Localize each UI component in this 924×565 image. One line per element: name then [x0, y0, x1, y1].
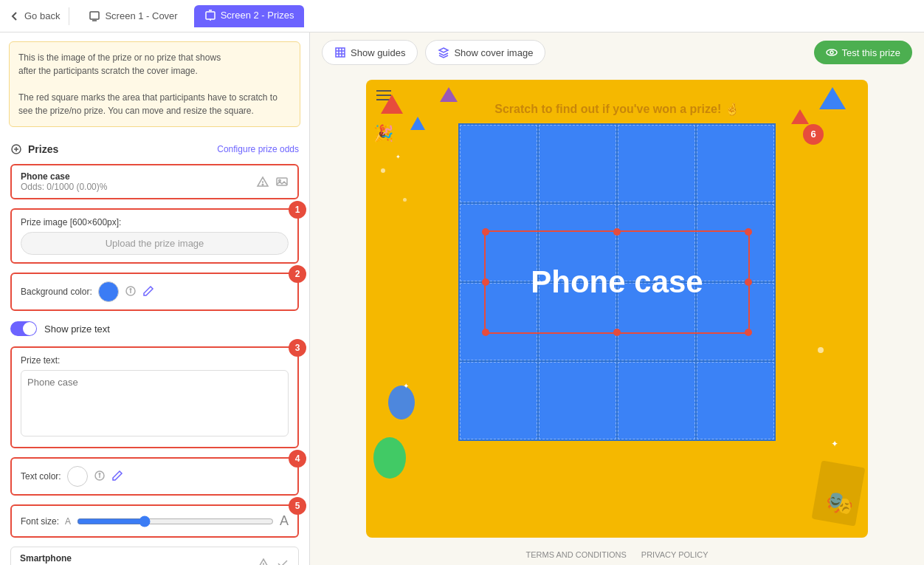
mustache-decor: 🎭 — [826, 490, 853, 516]
configure-prize-odds-link[interactable]: Configure prize odds — [217, 144, 299, 154]
menu-icon[interactable] — [376, 87, 391, 103]
svg-rect-0 — [90, 12, 99, 19]
layers-icon — [438, 47, 449, 58]
svg-point-9 — [130, 288, 131, 290]
warning-icon-2[interactable] — [257, 557, 270, 565]
text-color-row: Text color: — [21, 466, 289, 487]
triangle-decor-2 — [410, 117, 425, 130]
star-1: ✦ — [403, 382, 409, 390]
grid-cell-14 — [539, 362, 616, 439]
text-color-edit-icon[interactable] — [111, 470, 123, 484]
balloon-blue — [388, 386, 415, 420]
info-line2: after the participants scratch the cover… — [18, 64, 291, 78]
svg-point-4 — [262, 184, 263, 185]
font-size-slider[interactable] — [77, 516, 274, 527]
dot-3 — [818, 347, 824, 353]
background-color-section: Background color: 2 — [10, 273, 299, 311]
go-back-label: Go back — [24, 10, 60, 21]
bg-color-edit-icon[interactable] — [142, 285, 154, 299]
grid-cell-7 — [618, 204, 695, 281]
font-size-large-icon: A — [280, 513, 289, 529]
tab-screen2[interactable]: Screen 2 - Prizes — [194, 5, 305, 27]
test-prize-button[interactable]: Test this prize — [814, 41, 912, 64]
step-badge-3: 3 — [289, 339, 306, 357]
triangle-decor-5 — [791, 109, 809, 124]
step-badge-6: 6 — [803, 124, 824, 145]
grid-cell-9 — [460, 283, 537, 360]
nav-bar: Go back Screen 1 - Cover Screen 2 - Priz… — [0, 0, 924, 32]
pencil-icon — [142, 285, 154, 297]
menu-line-1 — [376, 90, 391, 92]
smartphone-info: Smartphone Odds: 0/1000 (0.00)% — [20, 553, 106, 565]
triangle-decor-3 — [440, 87, 458, 102]
grid-cell-13 — [460, 362, 537, 439]
show-guides-button[interactable]: Show guides — [322, 40, 418, 65]
prize-image-label: Prize image [600×600px]: — [21, 217, 289, 227]
pencil-icon-2 — [111, 470, 123, 482]
prize-text-section: Prize text: 3 — [10, 346, 299, 448]
show-cover-label: Show cover image — [454, 47, 533, 58]
scratch-grid-wrap[interactable]: Phone case — [458, 123, 776, 441]
upload-prize-image-button[interactable]: Upload the prize image — [21, 232, 289, 255]
main-layout: This is the image of the prize or no pri… — [0, 32, 924, 565]
svg-point-19 — [827, 49, 837, 55]
canvas-toolbar: Show guides Show cover image Test this p… — [310, 32, 924, 72]
prize-text-input[interactable] — [21, 370, 289, 436]
menu-line-2 — [376, 95, 391, 96]
step-badge-2: 2 — [289, 265, 306, 283]
bg-color-label: Background color: — [21, 287, 92, 297]
svg-rect-1 — [206, 12, 215, 19]
show-guides-label: Show guides — [351, 47, 405, 58]
text-color-label: Text color: — [21, 471, 61, 482]
triangle-decor-4 — [819, 87, 846, 109]
nav-divider — [69, 7, 69, 25]
phone-case-icons — [256, 175, 289, 188]
show-cover-image-button[interactable]: Show cover image — [425, 40, 545, 65]
grid-cell-10 — [539, 283, 616, 360]
svg-point-12 — [99, 473, 100, 474]
bg-color-picker[interactable] — [98, 281, 119, 302]
grid-cell-1 — [460, 125, 537, 202]
smartphone-prize-item[interactable]: Smartphone Odds: 0/1000 (0.00)% — [10, 547, 299, 565]
go-back-button[interactable]: Go back — [9, 10, 60, 22]
grid-cell-3 — [618, 125, 695, 202]
check-icon[interactable] — [276, 557, 289, 565]
screen2-icon — [204, 10, 216, 21]
screen1-tab-label: Screen 1 - Cover — [105, 10, 177, 21]
grid-cell-11 — [618, 283, 695, 360]
step-badge-5: 5 — [289, 497, 306, 515]
tool-decor — [812, 460, 866, 526]
terms-link[interactable]: TERMS AND CONDITIONS — [526, 550, 627, 559]
canvas-area: ✦ ✦ ✦ 🎭 🎉 Scratch to find out if — [310, 72, 924, 544]
text-color-section: Text color: 4 — [10, 457, 299, 496]
image-icon[interactable] — [275, 175, 289, 188]
balloon-green — [373, 437, 406, 479]
prize-image-section: Prize image [600×600px]: Upload the priz… — [10, 208, 299, 264]
canvas-footer: TERMS AND CONDITIONS PRIVACY POLICY — [310, 544, 924, 565]
grid-cell-2 — [539, 125, 616, 202]
show-prize-text-toggle[interactable] — [10, 321, 37, 336]
chevron-left-icon — [9, 10, 21, 22]
phone-case-info: Phone case Odds: 0/1000 (0.00)% — [21, 171, 107, 192]
menu-line-3 — [376, 99, 391, 100]
grid-cell-15 — [618, 362, 695, 439]
warning-icon[interactable] — [256, 175, 269, 188]
phone-case-name: Phone case — [21, 171, 107, 182]
text-color-picker[interactable] — [67, 466, 88, 487]
phone-case-prize-item[interactable]: Phone case Odds: 0/1000 (0.00)% — [10, 164, 299, 199]
screen2-tab-label: Screen 2 - Prizes — [221, 10, 294, 21]
tab-screen1[interactable]: Screen 1 - Cover — [78, 6, 187, 27]
grid-cell-16 — [697, 362, 774, 439]
info-line3: The red square marks the area that parti… — [18, 91, 291, 117]
prizes-title: Prizes — [10, 143, 58, 155]
bg-color-info-icon[interactable] — [125, 285, 137, 299]
scratch-canvas[interactable]: ✦ ✦ ✦ 🎭 🎉 Scratch to find out if — [366, 80, 868, 538]
privacy-link[interactable]: PRIVACY POLICY — [641, 550, 708, 559]
test-prize-label: Test this prize — [842, 47, 900, 58]
left-panel: This is the image of the prize or no pri… — [0, 32, 310, 565]
scratch-header: Scratch to find out if you've won a priz… — [494, 102, 739, 116]
text-color-info-icon[interactable] — [94, 470, 106, 484]
info-box: This is the image of the prize or no pri… — [9, 41, 300, 127]
step-badge-1: 1 — [289, 201, 306, 219]
info-icon-2 — [94, 470, 106, 482]
